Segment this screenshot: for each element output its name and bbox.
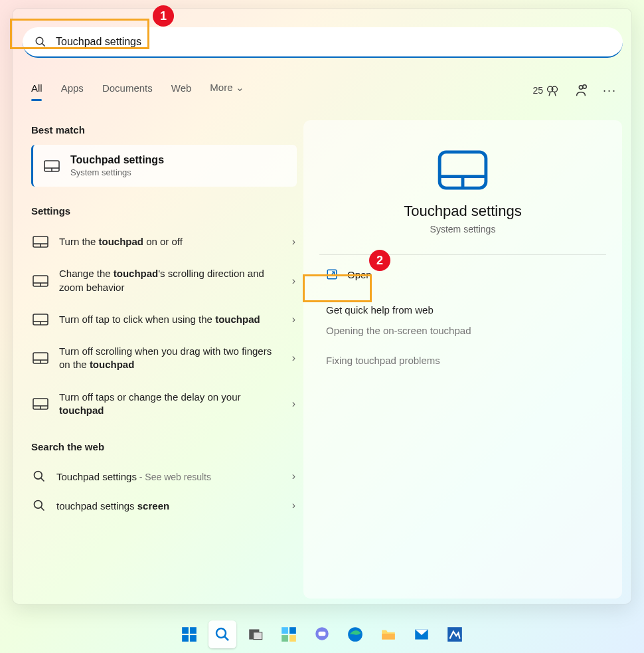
filter-tabs: All Apps Documents Web More⌄ [31, 82, 244, 99]
edge-icon [347, 626, 364, 643]
widgets-button[interactable] [275, 620, 303, 648]
rewards-counter[interactable]: 25 [532, 84, 559, 97]
search-icon [35, 36, 46, 48]
mail-button[interactable] [408, 620, 436, 648]
svg-rect-43 [289, 635, 296, 642]
setting-label: Change the touchpad's scrolling directio… [59, 267, 282, 294]
folder-icon [380, 626, 397, 643]
active-tab-indicator [31, 99, 42, 101]
search-bar[interactable] [23, 27, 623, 58]
setting-item[interactable]: Turn off taps or change the delay on you… [31, 381, 297, 427]
chevron-right-icon: › [292, 314, 295, 326]
open-button[interactable]: Open [319, 259, 606, 290]
medal-icon [546, 84, 559, 97]
search-web-heading: Search the web [31, 441, 297, 452]
web-result-label: touchpad settings screen [56, 500, 282, 512]
tab-documents[interactable]: Documents [102, 82, 153, 99]
chevron-right-icon: › [292, 275, 295, 287]
edge-button[interactable] [341, 620, 369, 648]
chat-button[interactable] [308, 620, 336, 648]
best-match-subtitle: System settings [70, 167, 164, 177]
setting-item[interactable]: Turn off scrolling when you drag with tw… [31, 335, 297, 381]
best-match-title: Touchpad settings [70, 154, 164, 166]
open-label: Open [347, 269, 372, 280]
rewards-points: 25 [532, 85, 543, 96]
svg-point-4 [579, 86, 583, 90]
svg-point-36 [216, 628, 226, 638]
svg-rect-32 [182, 627, 189, 634]
search-input[interactable] [56, 36, 611, 48]
chevron-down-icon: ⌄ [236, 82, 244, 94]
tab-all[interactable]: All [31, 82, 42, 99]
search-icon [33, 499, 46, 512]
svg-point-26 [35, 501, 42, 509]
mail-icon [413, 626, 430, 643]
widgets-icon [280, 626, 297, 643]
help-link[interactable]: Opening the on-screen touchpad [319, 316, 606, 345]
setting-label: Turn off scrolling when you drag with tw… [59, 345, 282, 372]
more-options-button[interactable]: ··· [603, 84, 617, 98]
windows-icon [181, 626, 198, 643]
chevron-right-icon: › [292, 500, 295, 512]
svg-rect-42 [282, 635, 288, 642]
best-match-heading: Best match [31, 124, 297, 136]
touchpad-icon [33, 236, 48, 248]
tab-web[interactable]: Web [171, 82, 192, 99]
svg-line-1 [42, 44, 45, 47]
svg-rect-39 [254, 632, 262, 640]
search-icon [214, 626, 230, 642]
chevron-right-icon: › [292, 352, 295, 364]
top-right-controls: 25 ··· [532, 83, 617, 98]
task-view-icon [247, 626, 264, 643]
touchpad-icon [33, 352, 48, 364]
touchpad-icon [33, 275, 48, 287]
best-match-result[interactable]: Touchpad settings System settings [31, 145, 297, 187]
setting-label: Turn off taps or change the delay on you… [59, 391, 282, 418]
search-icon [33, 470, 46, 483]
account-icon[interactable] [574, 83, 588, 98]
setting-label: Turn the touchpad on or off [59, 235, 282, 248]
chat-icon [313, 626, 331, 643]
divider [319, 254, 606, 255]
open-external-icon [326, 268, 338, 280]
web-result[interactable]: Touchpad settings - See web results › [31, 462, 297, 491]
annotation-badge-1: 1 [153, 5, 174, 27]
web-result-label: Touchpad settings - See web results [56, 471, 282, 482]
app-button[interactable] [441, 620, 469, 648]
chevron-right-icon: › [292, 470, 295, 482]
search-panel: All Apps Documents Web More⌄ 25 ··· Best… [12, 8, 632, 605]
touchpad-large-icon [437, 149, 489, 191]
setting-item[interactable]: Turn off tap to click when using the tou… [31, 304, 297, 335]
details-title: Touchpad settings [319, 203, 606, 220]
task-view-button[interactable] [242, 620, 270, 648]
search-taskbar-button[interactable] [208, 620, 236, 648]
tab-apps[interactable]: Apps [61, 82, 84, 99]
setting-item[interactable]: Change the touchpad's scrolling directio… [31, 258, 297, 304]
svg-line-27 [41, 508, 44, 511]
svg-point-24 [35, 472, 42, 480]
details-panel: Touchpad settings System settings Open G… [303, 120, 622, 599]
web-result[interactable]: touchpad settings screen › [31, 491, 297, 520]
touchpad-icon [33, 398, 48, 410]
chevron-right-icon: › [292, 398, 295, 410]
svg-rect-41 [289, 627, 296, 634]
help-link[interactable]: Fixing touchpad problems [319, 345, 606, 375]
start-button[interactable] [175, 620, 203, 648]
tab-more[interactable]: More⌄ [210, 82, 244, 99]
svg-line-37 [225, 637, 229, 641]
setting-item[interactable]: Turn the touchpad on or off › [31, 226, 297, 258]
svg-rect-47 [382, 634, 395, 640]
annotation-badge-2: 2 [369, 250, 390, 271]
svg-rect-45 [319, 632, 326, 636]
app-icon [446, 626, 463, 643]
settings-heading: Settings [31, 205, 297, 217]
results-column: Best match Touchpad settings System sett… [31, 124, 297, 520]
help-heading: Get quick help from web [319, 304, 606, 316]
chevron-right-icon: › [292, 236, 295, 248]
file-explorer-button[interactable] [374, 620, 402, 648]
details-subtitle: System settings [319, 224, 606, 234]
svg-point-5 [583, 85, 587, 89]
setting-label: Turn off tap to click when using the tou… [59, 313, 282, 326]
taskbar [0, 616, 644, 653]
svg-rect-35 [190, 635, 197, 642]
